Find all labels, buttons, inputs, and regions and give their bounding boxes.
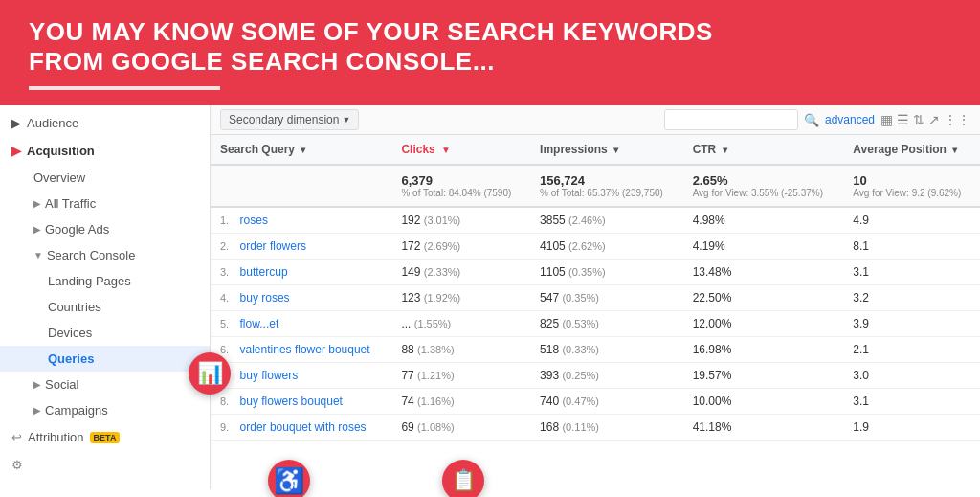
sidebar-item-overview-label: Overview xyxy=(33,170,85,185)
secondary-dimension-label: Secondary dimension xyxy=(229,113,339,126)
cell-impressions: 168 (0.11%) xyxy=(530,415,683,441)
sidebar-item-all-traffic-label: All Traffic xyxy=(45,196,96,211)
cell-clicks: 172 (2.69%) xyxy=(391,234,530,260)
secondary-dimension-button[interactable]: Secondary dimension ▼ xyxy=(220,109,359,130)
bar-chart-icon: 📊 xyxy=(197,361,223,386)
table-row: 4. buy roses 123 (1.92%) 547 (0.35%) 22.… xyxy=(211,285,980,311)
sidebar-item-acquisition[interactable]: ▶ Acquisition xyxy=(0,137,210,165)
arrow-icon: ▶ xyxy=(33,198,41,209)
more-icon[interactable]: ⋮⋮ xyxy=(944,112,970,127)
banner-underline xyxy=(29,86,220,90)
cell-impressions: 825 (0.53%) xyxy=(530,311,683,337)
cell-query: 7. buy flowers xyxy=(211,363,391,389)
cell-clicks: 192 (3.01%) xyxy=(391,207,530,234)
table-icon[interactable]: ☰ xyxy=(897,112,909,127)
sidebar-item-countries[interactable]: Countries xyxy=(0,294,210,320)
table-row: 6. valentines flower bouquet 88 (1.38%) … xyxy=(211,337,980,363)
col-ctr[interactable]: CTR ▾ xyxy=(683,135,844,165)
cell-clicks: 149 (2.33%) xyxy=(391,260,530,285)
beta-badge: BETA xyxy=(90,432,121,443)
accessibility-float-button[interactable]: ♿ xyxy=(268,460,310,497)
table-row: 7. buy flowers 77 (1.21%) 393 (0.25%) 19… xyxy=(211,363,980,389)
sort-icon[interactable]: ⇅ xyxy=(913,112,924,127)
summary-avg-position: 10 Avg for View: 9.2 (9.62%) xyxy=(843,165,980,207)
cell-ctr: 10.00% xyxy=(683,389,844,415)
sidebar-item-settings[interactable]: ⚙ xyxy=(0,451,210,479)
advanced-button[interactable]: advanced xyxy=(825,113,875,126)
col-impressions[interactable]: Impressions ▾ xyxy=(530,135,683,165)
sidebar-item-social-label: Social xyxy=(45,377,78,392)
sidebar-item-overview[interactable]: Overview xyxy=(0,165,210,191)
summary-clicks: 6,379 % of Total: 84.04% (7590) xyxy=(391,165,530,207)
sidebar-item-queries[interactable]: Queries xyxy=(0,346,210,372)
col-search-query[interactable]: Search Query ▾ xyxy=(211,135,391,165)
cell-query: 3. buttercup xyxy=(211,260,391,285)
search-icon: 🔍 xyxy=(804,113,819,127)
sidebar-item-social[interactable]: ▶ Social xyxy=(0,372,210,397)
sidebar-item-search-console-label: Search Console xyxy=(47,248,136,262)
sidebar-item-campaigns[interactable]: ▶ Campaigns xyxy=(0,397,210,423)
cell-ctr: 4.98% xyxy=(683,207,844,234)
cell-query: 5. flow...et xyxy=(211,311,391,337)
cell-clicks: ... (1.55%) xyxy=(391,311,530,337)
col-avg-position[interactable]: Average Position ▾ xyxy=(843,135,980,165)
cell-impressions: 3855 (2.46%) xyxy=(530,207,683,234)
document-float-button[interactable]: 📋 xyxy=(442,460,484,497)
cell-impressions: 518 (0.33%) xyxy=(530,337,683,363)
cell-ctr: 41.18% xyxy=(683,415,844,441)
sidebar-item-audience[interactable]: ▶ Audience xyxy=(0,109,210,137)
sidebar-item-all-traffic[interactable]: ▶ All Traffic xyxy=(0,191,210,216)
cell-ctr: 4.19% xyxy=(683,234,844,260)
table-row: 9. order bouquet with roses 69 (1.08%) 1… xyxy=(211,415,980,441)
sidebar-item-devices[interactable]: Devices xyxy=(0,320,210,346)
grid-icon[interactable]: ▦ xyxy=(880,112,893,127)
table-row: 3. buttercup 149 (2.33%) 1105 (0.35%) 13… xyxy=(211,260,980,285)
cell-impressions: 4105 (2.62%) xyxy=(530,234,683,260)
col-avg-position-label: Average Position xyxy=(853,143,947,156)
col-ctr-label: CTR xyxy=(693,143,717,156)
chevron-down-icon: ▼ xyxy=(342,115,350,124)
cell-query: 6. valentines flower bouquet xyxy=(211,337,391,363)
cell-avg-position: 3.1 xyxy=(843,389,980,415)
cell-ctr: 16.98% xyxy=(683,337,844,363)
banner: YOU MAY KNOW SOME OF YOUR SEARCH KEYWORD… xyxy=(0,0,980,105)
sidebar-item-search-console[interactable]: ▼ Search Console xyxy=(0,242,210,268)
table-area: Secondary dimension ▼ 🔍 advanced ▦ ☰ ⇅ ↗… xyxy=(211,105,980,489)
sort-arrow-icon: ▾ xyxy=(301,145,305,155)
cell-ctr: 19.57% xyxy=(683,363,844,389)
cell-impressions: 547 (0.35%) xyxy=(530,285,683,311)
col-impressions-label: Impressions xyxy=(540,143,608,156)
sort-arrow-clicks-icon: ▼ xyxy=(441,145,451,155)
chevron-right-icon: ▶ xyxy=(11,116,21,130)
sidebar-item-audience-label: Audience xyxy=(27,116,78,130)
export-icon[interactable]: ↗ xyxy=(928,112,940,127)
cell-query: 8. buy flowers bouquet xyxy=(211,389,391,415)
cell-query: 1. roses xyxy=(211,207,391,234)
sidebar-item-attribution[interactable]: ↩ Attribution BETA xyxy=(0,423,210,451)
sidebar: ▶ Audience ▶ Acquisition Overview ▶ All … xyxy=(0,105,211,489)
cell-clicks: 123 (1.92%) xyxy=(391,285,530,311)
sidebar-item-landing-pages[interactable]: Landing Pages xyxy=(0,268,210,294)
col-clicks[interactable]: Clicks ▼ xyxy=(391,135,530,165)
cell-query: 2. order flowers xyxy=(211,234,391,260)
sidebar-item-google-ads[interactable]: ▶ Google Ads xyxy=(0,216,210,242)
cell-query: 9. order bouquet with roses xyxy=(211,415,391,441)
banner-title-line1: YOU MAY KNOW SOME OF YOUR SEARCH KEYWORD… xyxy=(29,17,713,46)
sort-arrow-impressions-icon: ▾ xyxy=(613,145,618,155)
sidebar-item-queries-label: Queries xyxy=(48,351,94,366)
sidebar-item-acquisition-label: Acquisition xyxy=(27,144,95,158)
cell-avg-position: 2.1 xyxy=(843,337,980,363)
search-input[interactable] xyxy=(664,109,798,130)
cell-impressions: 1105 (0.35%) xyxy=(530,260,683,285)
cell-ctr: 22.50% xyxy=(683,285,844,311)
cell-clicks: 74 (1.16%) xyxy=(391,389,530,415)
col-clicks-label: Clicks xyxy=(401,143,434,156)
cell-avg-position: 3.2 xyxy=(843,285,980,311)
summary-ctr: 2.65% Avg for View: 3.55% (-25.37%) xyxy=(683,165,844,207)
table-row: 2. order flowers 172 (2.69%) 4105 (2.62%… xyxy=(211,234,980,260)
arrow-icon: ▶ xyxy=(33,405,41,416)
sidebar-item-landing-pages-label: Landing Pages xyxy=(48,274,131,288)
table-toolbar: Secondary dimension ▼ 🔍 advanced ▦ ☰ ⇅ ↗… xyxy=(211,105,980,135)
cell-ctr: 12.00% xyxy=(683,311,844,337)
sidebar-item-countries-label: Countries xyxy=(48,300,101,314)
